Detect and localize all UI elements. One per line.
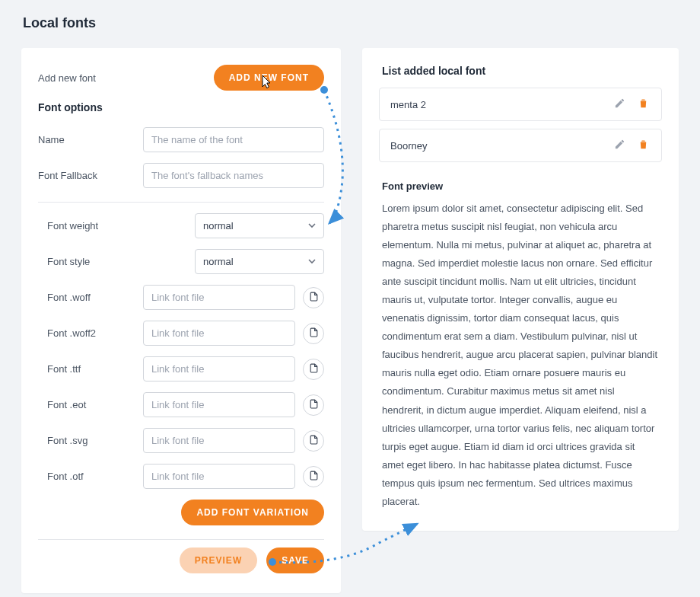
file-input-otf[interactable]	[143, 464, 295, 489]
file-label: Font .otf	[47, 471, 135, 482]
file-label: Font .ttf	[47, 363, 135, 375]
page-title: Local fonts	[23, 15, 679, 31]
edit-button[interactable]	[612, 137, 627, 154]
file-label: Font .svg	[47, 435, 135, 446]
trash-icon	[638, 139, 649, 152]
list-item: menta 2	[379, 88, 662, 121]
style-select[interactable]: normal	[195, 249, 324, 274]
list-item-name: menta 2	[390, 99, 426, 110]
file-input-ttf[interactable]	[143, 356, 295, 382]
file-icon	[309, 399, 319, 411]
add-font-label: Add new font	[38, 72, 96, 84]
file-label: Font .eot	[47, 399, 135, 410]
file-picker-button[interactable]	[303, 359, 324, 380]
edit-button[interactable]	[612, 96, 627, 113]
file-icon	[309, 327, 319, 340]
file-input-eot[interactable]	[143, 392, 295, 417]
list-title: List added local font	[382, 65, 662, 77]
style-label: Font style	[47, 256, 135, 267]
list-item: Boorney	[379, 129, 662, 162]
file-picker-button[interactable]	[303, 430, 324, 452]
file-picker-button[interactable]	[303, 394, 324, 416]
add-new-font-button[interactable]: ADD NEW FONT	[214, 65, 324, 91]
right-panel: List added local font menta 2 Boorney	[362, 48, 679, 531]
file-icon	[309, 435, 319, 447]
file-input-svg[interactable]	[143, 428, 295, 453]
preview-text: Lorem ipsum dolor sit amet, consectetur …	[382, 200, 659, 511]
divider	[38, 202, 324, 203]
fallback-label: Font Fallback	[38, 170, 135, 181]
divider	[38, 539, 324, 540]
file-picker-button[interactable]	[303, 287, 324, 308]
preview-title: Font preview	[382, 180, 662, 192]
weight-select[interactable]: normal	[195, 213, 324, 238]
file-label: Font .woff2	[47, 327, 135, 339]
file-label: Font .woff	[47, 292, 135, 303]
font-form-panel: Add new font ADD NEW FONT Font options N…	[21, 48, 341, 593]
weight-label: Font weight	[47, 220, 135, 231]
file-picker-button[interactable]	[303, 323, 324, 344]
file-icon	[309, 363, 319, 375]
preview-button[interactable]: PREVIEW	[180, 548, 257, 573]
name-input[interactable]	[143, 127, 324, 152]
file-input-woff2[interactable]	[143, 321, 295, 346]
save-button[interactable]: SAVE	[266, 548, 324, 573]
fallback-input[interactable]	[143, 163, 324, 188]
delete-button[interactable]	[636, 137, 651, 154]
trash-icon	[638, 97, 649, 111]
file-picker-button[interactable]	[303, 466, 324, 487]
file-icon	[309, 471, 319, 483]
font-options-heading: Font options	[38, 101, 324, 113]
name-label: Name	[38, 134, 135, 145]
pencil-icon	[614, 97, 625, 111]
file-input-woff[interactable]	[143, 285, 295, 310]
list-item-name: Boorney	[390, 140, 427, 152]
delete-button[interactable]	[636, 96, 651, 113]
file-icon	[309, 292, 319, 304]
pencil-icon	[614, 139, 625, 152]
add-font-variation-button[interactable]: ADD FONT VARIATION	[181, 500, 324, 525]
